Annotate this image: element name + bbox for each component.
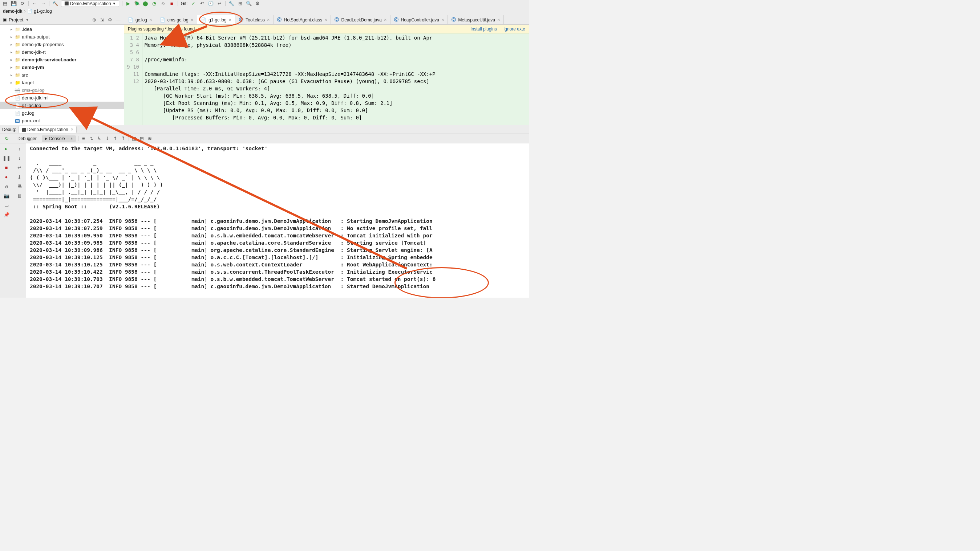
coverage-icon[interactable]: ⬤ bbox=[143, 1, 149, 6]
run-config-select[interactable]: ⬛ DemoJvmApplication ▼ bbox=[61, 0, 119, 7]
close-icon[interactable]: × bbox=[497, 17, 500, 22]
editor-tab[interactable]: 📄cms-gc.log× bbox=[156, 15, 197, 24]
code-editor[interactable]: 1 2 3 4 5 6 7 8 9 10 11 12 Java HotSpot(… bbox=[124, 33, 529, 125]
tree-item[interactable]: ▸.idea bbox=[0, 25, 124, 33]
camera-icon[interactable]: 📷 bbox=[4, 193, 10, 198]
editor-tab[interactable]: ⒸHotSpotAgent.class× bbox=[274, 15, 331, 24]
debug-run-tab[interactable]: ⬛ DemoJvmApplication × bbox=[19, 126, 76, 133]
expand-arrow-icon[interactable]: ▸ bbox=[10, 43, 13, 46]
structure-icon[interactable]: ⊞ bbox=[237, 1, 243, 6]
resume-icon[interactable]: ▸ bbox=[4, 146, 10, 151]
drop-frame-icon[interactable]: ⤒ bbox=[121, 136, 126, 141]
expand-arrow-icon[interactable]: ▸ bbox=[10, 27, 13, 31]
close-icon[interactable]: × bbox=[149, 17, 152, 22]
expand-arrow-icon[interactable]: ▸ bbox=[10, 73, 13, 77]
more-icon[interactable]: ≋ bbox=[147, 136, 153, 141]
crumb-project[interactable]: demo-jdk bbox=[3, 9, 22, 14]
pause-icon[interactable]: ❚❚ bbox=[4, 155, 10, 161]
scroll-end-icon[interactable]: ⤓ bbox=[17, 174, 22, 179]
close-icon[interactable]: × bbox=[267, 17, 270, 22]
stop-icon[interactable]: ■ bbox=[169, 1, 175, 6]
open-icon[interactable]: ▤ bbox=[2, 1, 8, 6]
expand-arrow-icon[interactable]: ▸ bbox=[10, 50, 13, 54]
profile-icon[interactable]: ◔ bbox=[151, 1, 157, 6]
tree-item[interactable]: pom.xml bbox=[0, 117, 124, 124]
build-icon[interactable]: 🔨 bbox=[52, 1, 58, 6]
pin-icon[interactable]: 📌 bbox=[4, 211, 10, 218]
search-icon[interactable]: 🔍 bbox=[246, 1, 252, 6]
close-icon[interactable]: × bbox=[325, 17, 327, 22]
project-dropdown-icon[interactable]: ▣ bbox=[3, 17, 6, 22]
chevron-down-icon[interactable]: ▼ bbox=[25, 18, 29, 22]
forward-icon[interactable]: → bbox=[40, 1, 46, 6]
git-commit-icon[interactable]: ↶ bbox=[199, 1, 205, 6]
tree-item[interactable]: ▸demo-jvm bbox=[0, 64, 124, 71]
project-title[interactable]: Project bbox=[9, 17, 23, 22]
debugger-tab[interactable]: Debugger bbox=[14, 135, 40, 142]
step-over-icon[interactable]: ≡ bbox=[81, 136, 86, 141]
refresh-icon[interactable]: ⟳ bbox=[20, 1, 25, 6]
editor-tab[interactable]: 📄gc.log× bbox=[124, 15, 156, 24]
editor-tab[interactable]: 📄g1-gc.log× bbox=[197, 15, 235, 24]
debug-icon[interactable]: 🪲 bbox=[134, 1, 140, 6]
tree-item[interactable]: ▸src bbox=[0, 71, 124, 79]
tree-item[interactable]: demo-jdk.iml bbox=[0, 94, 124, 102]
back-icon[interactable]: ← bbox=[32, 1, 37, 6]
pin-icon[interactable]: →∗ bbox=[67, 137, 73, 140]
expand-arrow-icon[interactable]: ▸ bbox=[10, 65, 13, 69]
expand-arrow-icon[interactable]: ▸ bbox=[10, 35, 13, 39]
console-output[interactable]: Connected to the target VM, address: '12… bbox=[26, 143, 529, 298]
tree-item[interactable]: ▸target bbox=[0, 79, 124, 86]
code-content[interactable]: Java HotSpot(TM) 64-Bit Server VM (25.21… bbox=[142, 33, 529, 125]
tree-item[interactable]: ▸demo-jdk-rt bbox=[0, 48, 124, 56]
editor-tab[interactable]: ⒸTool.class× bbox=[235, 15, 274, 24]
tree-item[interactable]: gc.log bbox=[0, 109, 124, 117]
ignore-extension-link[interactable]: Ignore exte bbox=[503, 27, 525, 32]
tree-item[interactable]: ▸demo-jdk-serviceLoader bbox=[0, 56, 124, 64]
evaluate-icon[interactable]: ▦ bbox=[131, 136, 137, 141]
force-step-icon[interactable]: ⤓ bbox=[105, 136, 110, 141]
tree-item[interactable]: g1-gc.log bbox=[0, 102, 124, 109]
close-icon[interactable]: × bbox=[191, 17, 194, 22]
save-icon[interactable]: 💾 bbox=[11, 1, 17, 6]
down-icon[interactable]: ↓ bbox=[17, 155, 22, 161]
stop-icon[interactable]: ■ bbox=[4, 164, 10, 170]
collapse-icon[interactable]: ⇲ bbox=[99, 17, 105, 23]
locate-icon[interactable]: ⊕ bbox=[91, 17, 97, 23]
rerun-icon[interactable]: ↻ bbox=[4, 136, 10, 141]
editor-tab[interactable]: ⒸMetaspaceUtil.java× bbox=[448, 15, 504, 24]
step-into-icon[interactable]: ↴ bbox=[89, 136, 94, 141]
layout-icon[interactable]: ▭ bbox=[4, 202, 10, 208]
print-icon[interactable]: 🖶 bbox=[17, 183, 22, 189]
run-to-cursor-icon[interactable]: ↥ bbox=[113, 136, 118, 141]
view-breakpoints-icon[interactable]: ● bbox=[4, 174, 10, 179]
trace-icon[interactable]: ⊞ bbox=[139, 136, 145, 141]
crumb-file[interactable]: g1-gc.log bbox=[34, 9, 52, 14]
tree-item[interactable]: cms-gc.log bbox=[0, 86, 124, 94]
install-plugins-link[interactable]: Install plugins bbox=[470, 27, 497, 32]
step-out-icon[interactable]: ↳ bbox=[97, 136, 102, 141]
expand-arrow-icon[interactable]: ▸ bbox=[10, 81, 13, 84]
git-revert-icon[interactable]: ↩ bbox=[216, 1, 222, 6]
mute-breakpoints-icon[interactable]: ⌀ bbox=[4, 183, 10, 189]
clear-icon[interactable]: 🗑 bbox=[17, 193, 22, 198]
editor-tab[interactable]: ⒸDeadLockDemo.java× bbox=[331, 15, 390, 24]
run-icon[interactable]: ▶ bbox=[125, 1, 131, 6]
branch-icon[interactable]: 🔧 bbox=[229, 1, 234, 6]
expand-arrow-icon[interactable]: ▸ bbox=[10, 58, 13, 62]
close-icon[interactable]: × bbox=[384, 17, 387, 22]
settings-icon[interactable]: ⚙ bbox=[255, 1, 261, 6]
hide-icon[interactable]: — bbox=[115, 17, 121, 23]
up-icon[interactable]: ↑ bbox=[17, 146, 22, 151]
project-tree[interactable]: ▸.idea▸arthas-output▸demo-jdk-properties… bbox=[0, 25, 124, 125]
editor-tab[interactable]: ⒸHeapController.java× bbox=[390, 15, 448, 24]
console-tab[interactable]: ▶ Console →∗ bbox=[42, 135, 76, 142]
git-history-icon[interactable]: 🕘 bbox=[208, 1, 213, 6]
tree-item[interactable]: ▸arthas-output bbox=[0, 33, 124, 41]
close-icon[interactable]: × bbox=[71, 127, 73, 132]
tree-item[interactable]: ▸demo-jdk-properties bbox=[0, 41, 124, 48]
git-update-icon[interactable]: ✓ bbox=[190, 1, 196, 6]
settings-icon[interactable]: ⚙ bbox=[107, 17, 113, 23]
close-icon[interactable]: × bbox=[229, 17, 232, 22]
attach-icon[interactable]: ⎋ bbox=[160, 1, 166, 6]
